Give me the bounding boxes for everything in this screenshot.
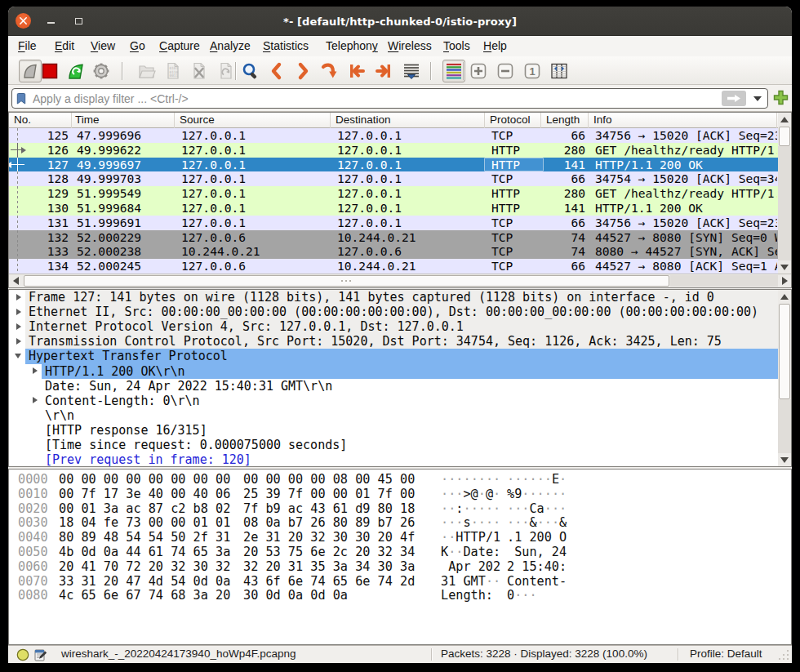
packet-row-127[interactable]: 12749.999697127.0.0.1127.0.0.1HTTP141HTT… [9,158,778,172]
hex-row-0040[interactable]: 004080 89 48 54 54 50 2f 312e 31 20 32 3… [9,531,791,545]
menu-capture[interactable]: Capture [159,36,200,56]
close-file-button[interactable] [188,60,211,82]
capture-file-name[interactable]: wireshark_-_20220424173940_hoWp4F.pcapng [61,646,296,662]
detail-row[interactable]: Date: Sun, 24 Apr 2022 15:40:31 GMT\r\n [9,379,778,394]
filter-bookmark-icon[interactable] [16,92,28,105]
menu-analyze[interactable]: Analyze [210,36,251,56]
hex-row-0020[interactable]: 002000 01 3a ac 87 c2 b8 027f b9 ac 43 6… [9,502,791,517]
column-header-length[interactable]: Length [541,113,589,128]
menu-telephony[interactable]: Telephony [326,36,378,56]
scroll-down-button[interactable] [778,260,791,274]
display-filter-input[interactable] [28,90,722,107]
restart-capture-button[interactable] [64,60,87,82]
scroll-down-button[interactable] [778,453,791,466]
go-to-packet-button[interactable] [318,60,340,82]
expand-arrow-icon[interactable] [16,323,21,330]
packet-list-hscrollbar[interactable] [9,274,791,287]
scrollbar-thumb[interactable] [779,304,790,399]
detail-row[interactable]: \r\n [9,408,778,423]
packet-row-133[interactable]: 13352.00023810.244.0.21127.0.0.6TCP74808… [9,244,778,259]
auto-scroll-button[interactable] [400,60,423,82]
detail-row[interactable]: Internet Protocol Version 4, Src: 127.0.… [9,319,778,334]
column-header-no[interactable]: No. [9,113,72,128]
hex-row-0000[interactable]: 000000 00 00 00 00 00 00 0000 00 00 00 0… [9,473,791,487]
packet-row-126[interactable]: 12649.999622127.0.0.1127.0.0.1HTTP280GET… [9,143,778,158]
filter-dropdown-caret[interactable] [751,96,764,101]
stop-capture-button[interactable] [38,60,61,82]
hex-row-0030[interactable]: 003018 04 fe 73 00 00 01 0108 0a b7 26 8… [9,516,791,531]
packet-row-129[interactable]: 12951.999549127.0.0.1127.0.0.1HTTP280GET… [9,186,778,201]
add-filter-button[interactable] [772,88,789,106]
packet-row-132[interactable]: 13252.000229127.0.0.610.244.0.21TCP74445… [9,230,778,245]
menu-help[interactable]: Help [483,36,507,56]
column-header-source[interactable]: Source [175,113,331,128]
open-file-button[interactable] [136,60,158,82]
hex-row-0060[interactable]: 006020 41 70 72 20 32 30 3232 20 31 35 3… [9,560,791,575]
menu-statistics[interactable]: Statistics [263,36,309,56]
expand-arrow-icon[interactable] [33,367,38,374]
scrollbar-groove[interactable] [778,146,791,260]
scroll-right-button[interactable] [778,274,791,287]
detail-row[interactable]: Frame 127: 141 bytes on wire (1128 bits)… [9,290,778,305]
menu-tools[interactable]: Tools [443,36,470,56]
capture-comment-icon[interactable] [34,648,47,661]
resize-grip[interactable] [777,648,790,661]
resize-columns-button[interactable] [548,60,571,82]
menu-wireless[interactable]: Wireless [388,36,432,56]
detail-row[interactable]: [Prev request in frame: 120] [9,452,778,467]
column-header-info[interactable]: Info [589,113,777,128]
expand-arrow-icon[interactable] [16,338,21,345]
detail-row[interactable]: Content-Length: 0\r\n [9,394,778,408]
detail-row[interactable]: HTTP/1.1 200 OK\r\n [9,364,778,379]
hex-row-0080[interactable]: 00804c 65 6e 67 74 68 3a 2030 0d 0a 0d 0… [9,589,791,603]
menu-edit[interactable]: Edit [55,36,74,56]
menu-file[interactable]: File [18,36,37,56]
zoom-normal-button[interactable]: 1 [521,60,544,82]
packet-list-vscrollbar[interactable] [778,113,791,274]
detail-row[interactable]: [HTTP response 16/315] [9,423,778,438]
packet-row-125[interactable]: 12547.999696127.0.0.1127.0.0.1TCP6634756… [9,128,778,143]
scroll-up-button[interactable] [778,290,791,303]
packet-details-vscrollbar[interactable] [778,290,791,466]
expand-arrow-icon[interactable] [16,309,21,315]
packet-row-128[interactable]: 12849.999703127.0.0.1127.0.0.1TCP6634754… [9,171,778,186]
expand-arrow-icon[interactable] [33,397,38,403]
expert-info-icon[interactable] [16,648,29,661]
expand-arrow-icon[interactable] [16,294,21,300]
scrollbar-thumb[interactable] [779,127,790,146]
hex-row-0050[interactable]: 00504b 0d 0a 44 61 74 65 3a20 53 75 6e 2… [9,545,791,560]
detail-row[interactable]: Hypertext Transfer Protocol [9,349,778,363]
zoom-in-button[interactable] [467,60,490,82]
menu-go[interactable]: Go [130,36,145,56]
hex-row-0010[interactable]: 001000 7f 17 3e 40 00 40 0625 39 7f 00 0… [9,487,791,502]
scroll-up-button[interactable] [778,113,791,126]
scroll-left-button[interactable] [9,274,22,287]
zoom-out-button[interactable] [494,60,517,82]
save-file-button[interactable]: 010101100011 [162,60,184,82]
scrollbar-thumb[interactable] [24,275,669,287]
column-header-protocol[interactable]: Protocol [485,113,541,128]
packet-row-134[interactable]: 13452.000245127.0.0.610.244.0.21TCP66445… [9,259,778,274]
packet-row-130[interactable]: 13051.999684127.0.0.1127.0.0.1HTTP141HTT… [9,201,778,216]
scrollbar-groove[interactable] [670,275,778,287]
go-forward-button[interactable] [291,60,314,82]
go-back-button[interactable] [265,60,288,82]
apply-filter-button[interactable] [722,91,746,106]
go-last-button[interactable] [372,60,395,82]
menu-view[interactable]: View [91,36,115,56]
column-header-time[interactable]: Time [70,113,175,128]
packet-row-131[interactable]: 13151.999691127.0.0.1127.0.0.1TCP6634756… [9,216,778,230]
find-packet-button[interactable] [239,60,262,82]
detail-row[interactable]: Transmission Control Protocol, Src Port:… [9,334,778,349]
capture-options-button[interactable] [90,60,113,82]
profile-label[interactable]: Profile: Default [690,646,762,662]
scrollbar-groove[interactable] [778,399,791,453]
detail-row[interactable]: Ethernet II, Src: 00:00:00_00:00:00 (00:… [9,305,778,319]
column-header-destination[interactable]: Destination [331,113,485,128]
hex-row-0070[interactable]: 007033 31 20 47 4d 54 0d 0a43 6f 6e 74 6… [9,575,791,590]
reload-file-button[interactable] [215,60,238,82]
detail-row[interactable]: [Time since request: 0.000075000 seconds… [9,438,778,452]
cell-time: 52.000238 [77,244,175,259]
go-first-button[interactable] [345,60,368,82]
collapse-arrow-icon[interactable] [15,354,21,358]
